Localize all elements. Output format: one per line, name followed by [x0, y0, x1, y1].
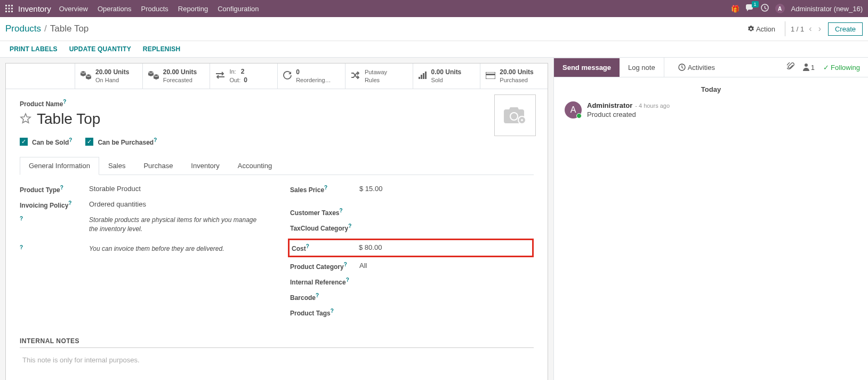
- help-icon[interactable]: ?: [339, 208, 342, 213]
- breadcrumb: Products / Table Top: [0, 23, 89, 34]
- help-icon[interactable]: ?: [324, 185, 327, 191]
- stat-in-out[interactable]: In: 2Out: 0: [210, 64, 278, 89]
- svg-rect-3: [5, 8, 7, 10]
- product-tags-label: Product Tags: [290, 310, 331, 317]
- favorite-star-icon[interactable]: [20, 113, 31, 126]
- messaging-icon[interactable]: 1: [746, 4, 754, 13]
- gift-icon[interactable]: 🎁: [731, 5, 740, 13]
- help-icon[interactable]: ?: [60, 185, 63, 191]
- tab-accounting[interactable]: Accounting: [229, 157, 281, 175]
- pager: 1 / 1 ‹ ›: [791, 24, 823, 34]
- menu-configuration[interactable]: Configuration: [218, 5, 259, 13]
- message-avatar: A: [565, 101, 582, 118]
- breadcrumb-products[interactable]: Products: [5, 23, 41, 34]
- presence-dot: [576, 113, 582, 118]
- update-quantity-button[interactable]: UPDATE QUANTITY: [69, 45, 131, 53]
- help-icon[interactable]: ?: [316, 292, 319, 298]
- can-be-sold-checkbox[interactable]: ✓: [20, 138, 28, 146]
- product-category-value[interactable]: All: [359, 262, 534, 270]
- help-icon[interactable]: ?: [331, 308, 334, 314]
- tab-purchase[interactable]: Purchase: [134, 157, 182, 175]
- create-button[interactable]: Create: [828, 22, 863, 36]
- log-note-button[interactable]: Log note: [620, 58, 664, 77]
- svg-rect-11: [421, 75, 422, 79]
- tab-inventory[interactable]: Inventory: [182, 157, 228, 175]
- help-icon[interactable]: ?: [69, 137, 72, 143]
- cost-label: Cost: [292, 245, 306, 252]
- product-title[interactable]: Table Top: [37, 110, 100, 128]
- help-icon[interactable]: ?: [63, 99, 66, 105]
- user-avatar[interactable]: A: [775, 4, 785, 13]
- help-icon[interactable]: ?: [154, 137, 157, 143]
- menu-overview[interactable]: Overview: [59, 5, 88, 13]
- customer-taxes-label: Customer Taxes: [290, 209, 339, 217]
- svg-rect-5: [11, 8, 13, 10]
- svg-rect-4: [9, 8, 10, 10]
- pager-next-icon[interactable]: ›: [817, 24, 823, 34]
- message-author[interactable]: Administrator: [587, 101, 632, 109]
- messaging-badge: 1: [752, 1, 759, 7]
- internal-notes-heading: INTERNAL NOTES: [20, 337, 534, 348]
- stat-purchased[interactable]: 20.00 UnitsPurchased: [480, 64, 548, 89]
- help-icon[interactable]: ?: [344, 262, 347, 267]
- help-text: You can invoice them before they are del…: [89, 244, 263, 254]
- stat-putaway[interactable]: PutawayRules: [345, 64, 413, 89]
- menu-operations[interactable]: Operations: [98, 5, 132, 13]
- invoicing-policy-value[interactable]: Ordered quantities: [89, 200, 263, 208]
- svg-point-17: [511, 113, 517, 120]
- following-button[interactable]: ✓ Following: [823, 64, 860, 72]
- message-body: Product created: [587, 110, 857, 118]
- stat-reordering[interactable]: 0Reordering…: [278, 64, 345, 89]
- apps-icon[interactable]: [5, 5, 13, 12]
- product-category-label: Product Category: [290, 263, 344, 271]
- help-icon[interactable]: ?: [348, 223, 351, 229]
- replenish-button[interactable]: REPLENISH: [143, 45, 180, 53]
- cubes-icon: [148, 71, 159, 82]
- internal-notes-input[interactable]: This note is only for internal purposes.: [20, 348, 534, 372]
- taxcloud-label: TaxCloud Category: [290, 225, 348, 232]
- help-text: Storable products are physical items for…: [89, 216, 263, 234]
- action-button[interactable]: Action: [743, 23, 779, 35]
- arrows-icon: [215, 72, 225, 81]
- svg-rect-15: [486, 74, 495, 75]
- product-name-label: Product Name: [20, 100, 63, 108]
- internal-ref-label: Internal Reference: [290, 279, 346, 286]
- print-labels-button[interactable]: PRINT LABELS: [10, 45, 58, 53]
- tab-general-information[interactable]: General Information: [20, 157, 99, 175]
- help-icon[interactable]: ?: [68, 200, 71, 206]
- svg-rect-1: [9, 5, 10, 6]
- pager-prev-icon[interactable]: ‹: [807, 24, 813, 34]
- send-message-button[interactable]: Send message: [554, 58, 620, 77]
- help-icon[interactable]: ?: [346, 277, 349, 283]
- tab-sales[interactable]: Sales: [99, 157, 135, 175]
- svg-rect-2: [11, 5, 13, 6]
- cost-value[interactable]: $ 80.00: [359, 243, 530, 252]
- stat-sold[interactable]: 0.00 UnitsSold: [413, 64, 481, 89]
- sales-price-value[interactable]: $ 15.00: [359, 185, 534, 193]
- stat-forecasted[interactable]: 20.00 UnitsForecasted: [143, 64, 211, 89]
- cubes-icon: [81, 71, 91, 82]
- clock-icon[interactable]: [761, 4, 769, 13]
- svg-rect-7: [9, 11, 10, 12]
- followers-count[interactable]: 1: [803, 64, 815, 72]
- help-icon[interactable]: ?: [20, 216, 23, 221]
- menu-reporting[interactable]: Reporting: [178, 5, 208, 13]
- stat-on-hand[interactable]: 20.00 UnitsOn Hand: [75, 64, 143, 89]
- can-be-purchased-checkbox[interactable]: ✓: [85, 138, 93, 146]
- message-time: - 4 hours ago: [635, 102, 670, 109]
- menu-products[interactable]: Products: [141, 5, 168, 13]
- attachment-icon[interactable]: [787, 62, 794, 73]
- app-name[interactable]: Inventory: [18, 4, 51, 13]
- card-icon: [486, 72, 495, 81]
- activities-button[interactable]: Activities: [670, 58, 724, 77]
- product-type-label: Product Type: [20, 186, 60, 194]
- user-name[interactable]: Administrator (new_16): [791, 5, 863, 13]
- refresh-icon: [283, 71, 292, 82]
- help-icon[interactable]: ?: [20, 244, 23, 250]
- product-image-placeholder[interactable]: [494, 94, 536, 136]
- barcode-label: Barcode: [290, 294, 316, 302]
- random-icon: [351, 72, 360, 81]
- svg-rect-8: [11, 11, 13, 12]
- product-type-value[interactable]: Storable Product: [89, 185, 263, 193]
- help-icon[interactable]: ?: [306, 243, 309, 249]
